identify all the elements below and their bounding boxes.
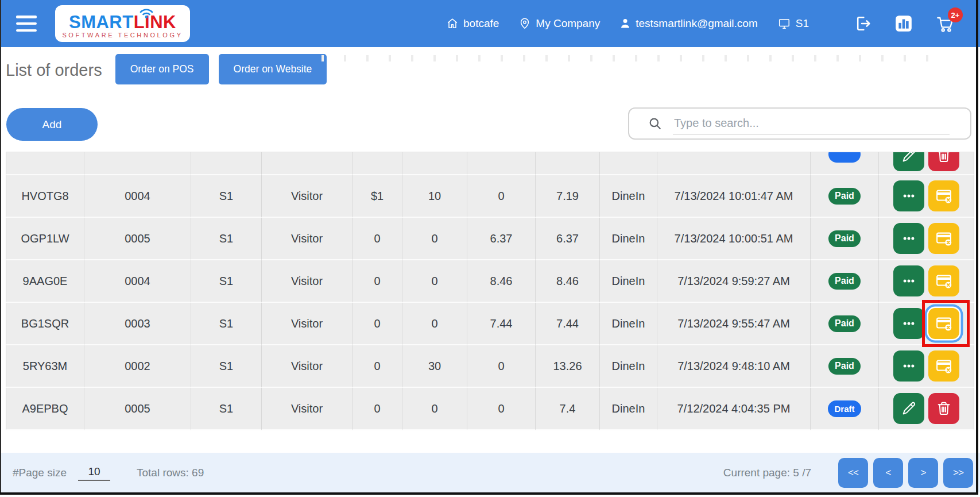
table-cell: 30 [402,345,467,388]
footer-left: #Page size Total rows: 69 [13,465,204,481]
orders-table: HVOTG80004S1Visitor$11007.19DineIn7/13/2… [6,152,974,430]
table-cell [600,152,657,175]
table-cell: 0 [402,303,467,345]
card-cancel-button[interactable] [928,265,959,296]
app-window: SMARTLINK SOFTWARE TECHNOLOGY botcafe My… [0,0,980,497]
current-page-label: Current page: 5 /7 [723,467,811,479]
logo-subtitle: SOFTWARE TECHNOLOGY [62,32,183,38]
window-border-bottom [0,492,978,495]
table-cell: 7.19 [536,175,600,218]
edit-button[interactable] [893,393,924,424]
more-button[interactable] [893,180,924,211]
more-button[interactable] [893,265,924,296]
table-cell [536,152,600,175]
table-cell: 0004 [84,260,191,303]
table-cell: OGP1LW [6,218,84,260]
table-cell: 7.4 [536,388,600,430]
table-cell: DineIn [600,345,657,388]
more-button[interactable] [893,308,924,339]
smartlink-logo[interactable]: SMARTLINK SOFTWARE TECHNOLOGY [55,5,190,42]
more-button[interactable] [893,350,924,382]
card-cancel-button[interactable] [928,350,959,382]
table-cell: Visitor [262,218,353,260]
table-cell: DineIn [600,388,657,430]
table-cell: 7/13/2024 9:59:27 AM [657,260,811,303]
search-input[interactable] [673,113,950,134]
table-cell [402,152,467,175]
page-title: List of orders [6,54,102,86]
next-page-button[interactable]: > [908,458,938,488]
table-footer: #Page size Total rows: 69 Current page: … [0,453,980,492]
first-page-button[interactable]: << [838,458,868,488]
table-cell: S1 [191,218,262,260]
order-on-website-button[interactable]: Order on Website [219,54,327,84]
top-header-bar: SMARTLINK SOFTWARE TECHNOLOGY botcafe My… [0,0,980,47]
user-icon [619,18,631,29]
table-row: BG1SQR0003S1Visitor007.447.44DineIn7/13/… [6,303,974,345]
table-cell [879,175,974,218]
edit-button[interactable] [893,152,924,171]
cart-icon[interactable]: 2+ [935,14,955,33]
card-cancel-button[interactable] [928,223,959,254]
table-cell: S1 [191,345,262,388]
table-cell: 7/13/2024 10:01:47 AM [657,175,811,218]
table-cell: 5RY63M [6,345,84,388]
page-size-label: #Page size [13,467,67,479]
table-cell: 6.37 [536,218,600,260]
table-cell: S1 [191,303,262,345]
total-rows-label: Total rows: 69 [137,467,204,479]
status-badge: Paid [828,315,861,332]
table-cell: 0 [467,345,536,388]
card-cancel-button[interactable] [928,180,959,211]
nav-company[interactable]: My Company [518,17,600,30]
delete-button[interactable] [928,393,959,424]
home-icon [446,17,459,30]
table-cell: Visitor [262,260,353,303]
status-badge-clipped [828,152,861,163]
order-on-pos-button[interactable]: Order on POS [115,54,209,84]
search-icon [648,116,663,131]
table-cell [879,345,974,388]
table-cell [191,152,262,175]
table-cell [879,303,974,345]
card-cancel-button[interactable] [928,308,959,339]
table-cell: 0 [353,303,402,345]
table-cell: Visitor [262,303,353,345]
table-cell: DineIn [600,175,657,218]
table-cell: 0 [353,388,402,430]
status-badge: Paid [828,273,861,290]
last-page-button[interactable]: >> [943,458,973,488]
table-row: OGP1LW0005S1Visitor006.376.37DineIn7/13/… [6,218,974,260]
more-button[interactable] [893,223,924,254]
table-cell: 0 [353,260,402,303]
table-cell [262,152,353,175]
table-cell: 7/13/2024 10:00:51 AM [657,218,811,260]
table-cell: S1 [191,388,262,430]
header-nav: botcafe My Company testsmartlink@gmail.c… [446,17,809,30]
table-cell: Paid [811,175,879,218]
nav-station[interactable]: S1 [777,17,809,30]
nav-site[interactable]: botcafe [446,17,499,30]
table-cell [879,388,974,430]
delete-button[interactable] [928,152,959,171]
table-cell [657,152,811,175]
table-row: 5RY63M0002S1Visitor030013.26DineIn7/13/2… [6,345,974,388]
menu-icon[interactable] [16,16,37,32]
table-cell [879,152,974,175]
table-cell: DineIn [600,303,657,345]
table-cell: Paid [811,218,879,260]
table-cell: 0002 [84,345,191,388]
table-cell: 6.37 [467,218,536,260]
prev-page-button[interactable]: < [873,458,903,488]
logout-icon[interactable] [854,14,872,33]
table-cell: 7/13/2024 9:55:47 AM [657,303,811,345]
table-cell: 0004 [84,175,191,218]
table-cell: 0005 [84,388,191,430]
window-border-right [976,0,978,495]
reports-chart-icon[interactable] [895,15,912,32]
page-size-input[interactable] [78,465,110,481]
table-cell: Paid [811,303,879,345]
add-button[interactable]: Add [6,108,98,141]
nav-account[interactable]: testsmartlink@gmail.com [619,17,758,30]
table-cell: 7/12/2024 4:04:35 PM [657,388,811,430]
